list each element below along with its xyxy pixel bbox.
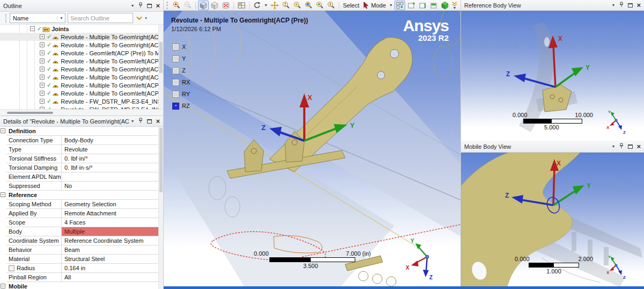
details-vertical-scrollbar[interactable] — [158, 127, 163, 289]
drag-handle[interactable] — [5, 14, 8, 23]
dof-checkbox-rx[interactable] — [172, 79, 179, 86]
collapse-icon[interactable]: − — [1, 192, 5, 197]
rotate-options-dropdown-icon[interactable]: ▼ — [263, 3, 269, 7]
box-zoom-icon[interactable] — [292, 1, 303, 10]
body-select-icon[interactable] — [440, 1, 450, 10]
expand-icon[interactable]: + — [40, 83, 45, 88]
window-menu-icon[interactable]: ▼ — [611, 144, 615, 148]
tree-item-revolute[interactable]: +✓Revolute - Multiple To Geom\left(ACP — [0, 81, 163, 89]
zoom-out-icon[interactable] — [182, 1, 193, 10]
search-outline-input[interactable] — [68, 13, 133, 23]
zoom-icon[interactable] — [281, 1, 291, 10]
tree-item-revolute[interactable]: +✓Revolute - Multiple To Geom\right(AC — [0, 65, 163, 73]
rotate-icon[interactable] — [252, 1, 262, 10]
details-row-value[interactable]: 4 Faces — [62, 218, 163, 227]
window-menu-icon[interactable]: ▼ — [130, 4, 134, 8]
expand-icon[interactable]: + — [40, 99, 45, 104]
zoom-in-icon[interactable] — [171, 1, 182, 10]
window-menu-icon[interactable]: ▼ — [130, 119, 134, 123]
details-row-value[interactable]: Structural Steel — [62, 255, 163, 263]
details-row-value[interactable]: Remote Attachment — [62, 209, 163, 218]
window-close-icon[interactable]: × — [156, 3, 160, 9]
expand-icon[interactable]: + — [40, 34, 45, 39]
details-row-value[interactable]: Geometry Selection — [62, 200, 163, 208]
window-close-icon[interactable]: × — [636, 144, 641, 149]
tree-item-revolute[interactable]: +✓Revolute - FW_DSTR_MP-E3-E4_INS — [0, 105, 163, 109]
name-filter-select[interactable]: Name ▼ — [10, 13, 65, 23]
tree-vertical-scrollbar[interactable] — [158, 25, 163, 109]
tree-item-revolute[interactable]: +✓Revolute - FW_DSTR_MP-E3-E4_INS — [0, 97, 163, 105]
collapse-icon[interactable]: − — [1, 128, 5, 133]
window-close-icon[interactable]: × — [156, 119, 160, 124]
extend-selection-icon[interactable] — [394, 1, 405, 10]
tree-item-revolute[interactable]: +✓Revolute - Multiple To Geom\left(ACP — [0, 57, 163, 65]
zoom-to-fit-icon[interactable] — [303, 1, 314, 10]
previous-view-icon[interactable] — [326, 1, 336, 10]
details-row-value[interactable]: No — [62, 182, 163, 190]
reference-body-viewport[interactable]: X Y Z 0.000 10.000 5.000 — [461, 11, 644, 141]
expand-icon[interactable]: + — [40, 59, 45, 63]
expand-icon[interactable]: + — [40, 50, 45, 55]
show-vertices-icon[interactable] — [221, 1, 231, 10]
radius-checkbox[interactable] — [9, 265, 14, 271]
details-row-value[interactable]: Revolute — [62, 145, 163, 154]
tree-item-revolute[interactable]: +✓Revolute - Multiple To Geom\right(AC — [0, 73, 163, 81]
main-viewport[interactable]: X Y Z Revolute - Multiple To Geom\right(… — [164, 11, 460, 286]
expand-icon[interactable]: + — [40, 75, 45, 80]
orientation-triad[interactable]: Y X Z — [605, 254, 628, 281]
orientation-triad[interactable]: Y X Z — [401, 235, 439, 283]
window-pin-icon[interactable] — [619, 143, 624, 150]
tree-horizontal-scrollbar[interactable] — [0, 109, 163, 115]
details-row-value[interactable]: 0. lbf·in/° — [62, 154, 163, 163]
window-menu-icon[interactable]: ▼ — [611, 3, 615, 7]
shaded-exterior-icon[interactable] — [198, 1, 209, 10]
window-maximize-icon[interactable] — [147, 4, 152, 8]
expand-icon[interactable]: + — [40, 91, 45, 96]
dof-checkbox-rz[interactable]: * — [172, 103, 179, 110]
search-filter-icon[interactable] — [135, 15, 143, 22]
tree-item-revolute[interactable]: +✓Revolute - Multiple To Geom\right(AC — [0, 33, 163, 41]
details-row-value[interactable]: 0.164 in — [62, 264, 163, 272]
viewports-icon[interactable] — [236, 1, 247, 10]
tree-item-revolute[interactable]: +✓Revolute - Multiple To Geom\right(AC — [0, 41, 163, 49]
window-maximize-icon[interactable] — [628, 144, 633, 149]
tree-item-joints[interactable]: − ✓ Joints — [0, 25, 163, 33]
details-row-value[interactable]: 0. lbf·in·s/° — [62, 163, 163, 172]
pan-icon[interactable] — [269, 1, 280, 10]
window-maximize-icon[interactable] — [628, 3, 633, 8]
overflow-chevron-icon[interactable]: ▼ — [451, 1, 458, 10]
dof-checkbox-y[interactable] — [172, 55, 179, 62]
magnifier-window-icon[interactable] — [314, 1, 325, 10]
expand-icon[interactable]: + — [40, 67, 45, 71]
window-maximize-icon[interactable] — [147, 119, 152, 124]
wireframe-icon[interactable] — [209, 1, 220, 10]
details-row-value[interactable]: Beam — [62, 245, 163, 254]
details-row-value[interactable]: Reference Coordinate System — [62, 236, 163, 245]
mode-dropdown-icon[interactable]: ▼ — [388, 3, 394, 7]
dof-checkbox-x[interactable] — [172, 44, 179, 50]
details-row-value[interactable]: Body-Body — [62, 136, 163, 144]
mobile-body-viewport[interactable]: X Y Z 0.000 2.000 1.000 — [461, 153, 644, 287]
window-close-icon[interactable]: × — [636, 3, 641, 8]
details-row-value[interactable]: All — [62, 273, 163, 281]
window-pin-icon[interactable] — [619, 2, 624, 9]
details-row-value[interactable] — [62, 172, 163, 181]
face-select-icon[interactable] — [428, 1, 439, 10]
chevron-down-icon[interactable]: ▼ — [144, 17, 148, 20]
window-pin-icon[interactable] — [138, 118, 143, 125]
edge-select-icon[interactable] — [417, 1, 428, 10]
orientation-triad[interactable]: Y X Z — [605, 109, 628, 136]
window-pin-icon[interactable] — [138, 2, 143, 9]
collapse-icon[interactable]: − — [30, 26, 35, 31]
dof-checkbox-z[interactable] — [172, 67, 179, 74]
collapse-icon[interactable]: − — [1, 284, 5, 288]
expand-icon[interactable]: + — [40, 42, 45, 47]
mode-label[interactable]: Mode — [370, 2, 388, 9]
vertex-select-icon[interactable] — [406, 1, 416, 10]
select-cursor-icon[interactable] — [362, 1, 369, 10]
details-row-value[interactable]: Multiple — [62, 227, 163, 236]
tree-item-revolute[interactable]: +✓Revolute - Multiple To Geom\left(ACP — [0, 89, 163, 97]
tree-item-revolute[interactable]: +✓Revolute - Geom\left(ACP (Pre)) To M — [0, 49, 163, 57]
toolbar-drag-handle[interactable] — [166, 2, 169, 9]
dof-checkbox-ry[interactable] — [172, 91, 179, 98]
